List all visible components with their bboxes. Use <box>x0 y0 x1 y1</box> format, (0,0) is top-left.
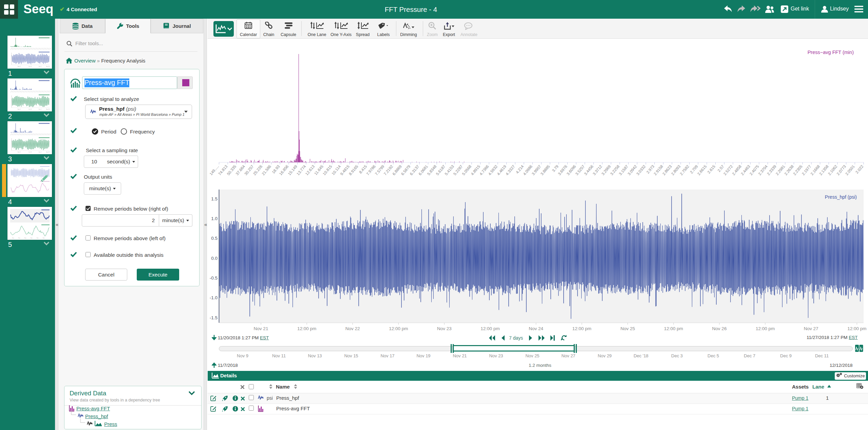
svg-text:0.5: 0.5 <box>211 236 218 241</box>
svg-text:30.257: 30.257 <box>244 164 254 176</box>
svg-text:2.5272: 2.5272 <box>723 164 734 176</box>
svg-text:Nov: Nov <box>24 237 26 239</box>
svg-text:2.4858: 2.4858 <box>731 164 742 176</box>
svg-text:9.4815: 9.4815 <box>339 164 350 176</box>
svg-text:3.6976: 3.6976 <box>557 164 568 176</box>
svg-text:Nov 26: Nov 26 <box>712 326 727 331</box>
svg-text:Press_hpf (psi): Press_hpf (psi) <box>825 194 857 200</box>
svg-text:12:00 pm: 12:00 pm <box>297 326 316 331</box>
svg-text:2.6615: 2.6615 <box>697 164 707 176</box>
svg-text:2.1358: 2.1358 <box>818 164 829 176</box>
svg-text:2.1977: 2.1977 <box>801 164 812 176</box>
svg-text:1.0: 1.0 <box>211 216 218 221</box>
svg-text:2.57: 2.57 <box>717 164 725 173</box>
svg-text:Nov 28: Nov 28 <box>46 151 50 153</box>
svg-text:10.815: 10.815 <box>322 164 333 176</box>
svg-text:12:00 pm: 12:00 pm <box>847 326 866 331</box>
svg-text:2.8093: 2.8093 <box>671 164 681 176</box>
svg-text:Nov 24: Nov 24 <box>529 326 543 331</box>
svg-text:25.226: 25.226 <box>252 164 263 176</box>
svg-text:Nov 8: Nov 8 <box>18 66 21 67</box>
svg-text:4.5932: 4.5932 <box>488 164 498 176</box>
svg-text:3.2258: 3.2258 <box>609 164 620 176</box>
svg-text:12:00 pm: 12:00 pm <box>572 326 591 331</box>
svg-text:4.7366: 4.7366 <box>479 164 490 176</box>
svg-text:5.4153: 5.4153 <box>444 164 455 176</box>
svg-text:3.1587: 3.1587 <box>618 164 629 176</box>
svg-text:5.6187: 5.6187 <box>435 164 446 176</box>
svg-text:5.2287: 5.2287 <box>453 164 464 176</box>
svg-text:2.2638: 2.2638 <box>784 164 794 176</box>
svg-text:7.5799: 7.5799 <box>374 164 385 176</box>
svg-text:Nov: Nov <box>43 237 45 239</box>
svg-text:Nov 8: Nov 8 <box>18 151 21 153</box>
svg-text:3.0332: 3.0332 <box>636 164 646 176</box>
svg-text:Dec 2: Dec 2 <box>39 109 42 110</box>
svg-text:Oct 19: Oct 19 <box>29 109 32 110</box>
svg-text:3.9907: 3.9907 <box>531 164 542 176</box>
svg-text:0.0: 0.0 <box>211 256 218 261</box>
svg-text:16.856: 16.856 <box>279 164 289 176</box>
svg-text:2.8623: 2.8623 <box>662 164 673 176</box>
svg-text:3.2969: 3.2969 <box>601 164 611 176</box>
svg-text:6.8869: 6.8869 <box>392 164 402 176</box>
svg-text:Nov 25: Nov 25 <box>620 326 635 331</box>
svg-text:6.0681: 6.0681 <box>418 164 429 176</box>
svg-text:2.1062: 2.1062 <box>827 164 838 176</box>
svg-text:1.5: 1.5 <box>211 196 218 201</box>
svg-text:Dec 2: Dec 2 <box>39 151 42 153</box>
svg-text:3.8885: 3.8885 <box>540 164 551 176</box>
svg-text:21.586: 21.586 <box>261 164 272 176</box>
svg-text:-1.0: -1.0 <box>210 295 218 300</box>
svg-text:12:00 pm: 12:00 pm <box>389 326 408 331</box>
svg-text:3.5257: 3.5257 <box>574 164 585 176</box>
svg-text:3.6096: 3.6096 <box>566 164 577 176</box>
svg-text:6.5879: 6.5879 <box>400 164 411 176</box>
svg-text:2.0501: 2.0501 <box>845 164 855 176</box>
svg-text:5.8348: 5.8348 <box>427 164 437 176</box>
svg-text:2.615: 2.615 <box>706 164 716 175</box>
svg-text:50.335: 50.335 <box>226 164 237 176</box>
svg-text:2.7582: 2.7582 <box>679 164 690 176</box>
svg-text:Nov 27: Nov 27 <box>804 326 818 331</box>
svg-text:4.8915: 4.8915 <box>470 164 481 176</box>
svg-text:2.1668: 2.1668 <box>810 164 820 176</box>
svg-text:3.79: 3.79 <box>551 164 560 173</box>
svg-text:Dec 2: Dec 2 <box>39 66 42 67</box>
svg-text:Oct 19: Oct 19 <box>29 151 32 153</box>
svg-text:Oct 19: Oct 19 <box>29 66 32 67</box>
svg-text:12:00 pm: 12:00 pm <box>756 326 775 331</box>
svg-text:3.3712: 3.3712 <box>592 164 603 176</box>
svg-text:7.9786: 7.9786 <box>365 164 376 176</box>
svg-text:2.3339: 2.3339 <box>766 164 777 176</box>
svg-text:2.022: 2.022 <box>855 164 864 175</box>
svg-text:Press−avg FFT (min): Press−avg FFT (min) <box>808 50 854 55</box>
svg-text:5.0568: 5.0568 <box>461 164 472 176</box>
svg-text:2.2305: 2.2305 <box>792 164 803 176</box>
svg-text:2.2981: 2.2981 <box>775 164 786 176</box>
svg-text:2.9158: 2.9158 <box>653 164 664 176</box>
svg-text:74.813: 74.813 <box>218 164 228 176</box>
svg-text:Nov: Nov <box>37 237 39 239</box>
svg-text:Nov: Nov <box>31 237 33 239</box>
svg-text:-1.5: -1.5 <box>210 315 218 320</box>
svg-text:149.....: 149..... <box>209 164 220 176</box>
svg-text:Nov 21: Nov 21 <box>254 326 268 331</box>
svg-text:Nov 28: Nov 28 <box>46 66 50 67</box>
svg-text:6.3137: 6.3137 <box>409 164 420 176</box>
svg-text:Nov 8: Nov 8 <box>18 109 21 110</box>
svg-text:4.4619: 4.4619 <box>496 164 507 176</box>
svg-text:Nov: Nov <box>18 237 20 239</box>
svg-text:12:00 pm: 12:00 pm <box>480 326 499 331</box>
svg-text:8.9165: 8.9165 <box>348 164 359 176</box>
svg-text:4.3327: 4.3327 <box>505 164 516 176</box>
svg-text:12:00 pm: 12:00 pm <box>664 326 683 331</box>
svg-text:3.0942: 3.0942 <box>627 164 638 176</box>
svg-text:Nov 22: Nov 22 <box>345 326 360 331</box>
svg-text:2.0773: 2.0773 <box>836 164 847 176</box>
svg-text:2.4463: 2.4463 <box>740 164 751 176</box>
svg-text:Nov: Nov <box>12 237 14 239</box>
svg-text:Nov 23: Nov 23 <box>437 326 452 331</box>
svg-text:Nov 28: Nov 28 <box>46 109 50 110</box>
svg-text:3.4456: 3.4456 <box>583 164 594 176</box>
